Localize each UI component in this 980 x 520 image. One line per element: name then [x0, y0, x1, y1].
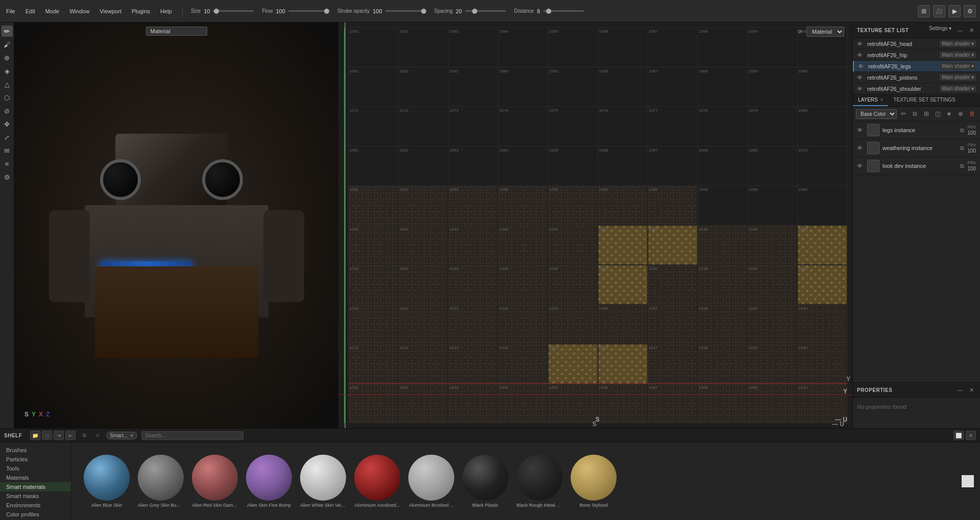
material-card-alien-blue-skin[interactable]: Alien Blue Skin	[84, 455, 130, 508]
menu-viewport[interactable]: Viewport	[97, 7, 124, 15]
texture-set-item-retrofitAF26_legs[interactable]: 👁 retrofitAF26_legs Main shader ▾	[853, 61, 980, 72]
texture-set-eye[interactable]: 👁	[857, 41, 864, 47]
layer-eye[interactable]: 👁	[857, 127, 864, 133]
material-card-alien-grey-skin-bump...[interactable]: Alien Grey Skin Bump...	[138, 455, 184, 508]
texture-set-eye[interactable]: 👁	[858, 63, 865, 69]
tab-texture-set-settings[interactable]: TEXTURE SET SETTINGS	[888, 94, 961, 106]
material-card-alien-red-skin-dama...[interactable]: Alien Red Skin Dama...	[192, 455, 238, 508]
layer-add-fill-btn[interactable]: ⊕	[956, 109, 965, 119]
tool-smudge[interactable]: 🖌	[2, 39, 13, 50]
shelf-filter-btn[interactable]: ≡	[80, 431, 89, 440]
menu-window[interactable]: Window	[67, 7, 91, 15]
shelf-maximize-btn[interactable]: ⬜	[953, 431, 964, 440]
layer-item-look-dev-instance[interactable]: 👁 look dev instance ⧉ Pthr 100	[853, 157, 980, 175]
texture-set-list-close[interactable]: ✕	[967, 26, 976, 35]
texture-set-eye[interactable]: 👁	[857, 75, 864, 81]
texture-set-eye[interactable]: 👁	[857, 86, 864, 92]
tab-layers[interactable]: LAYERS ×	[853, 94, 888, 106]
toolbar-icon-4[interactable]: ⚙	[964, 5, 976, 17]
tool-clone[interactable]: ⊕	[2, 52, 13, 63]
shader-dropdown[interactable]: Main shader ▾	[940, 74, 976, 81]
material-card-alien-white-skin-veined[interactable]: Alien White Skin Veined	[300, 455, 346, 508]
layer-item-weathering-instance[interactable]: 👁 weathering instance ⧉ Pthr 100	[853, 139, 980, 157]
texture-set-item-retrofitAF26_hip[interactable]: 👁 retrofitAF26_hip Main shader ▾	[853, 49, 980, 61]
layer-copy-btn[interactable]: ⧉	[960, 127, 964, 134]
shelf-close-btn[interactable]: ✕	[966, 431, 976, 440]
material-card-bone-stylized[interactable]: Bone Stylized	[571, 455, 617, 508]
material-card-aluminium-brushed-...[interactable]: Aluminium Brushed ...	[408, 455, 454, 508]
menu-file[interactable]: File	[4, 7, 17, 15]
shelf-btn-new[interactable]: □	[42, 431, 52, 440]
tool-fill[interactable]: ◈	[2, 65, 13, 77]
shader-dropdown[interactable]: Main shader ▾	[940, 63, 976, 69]
viewport-material-dropdown[interactable]: Material	[146, 27, 207, 36]
tool-geometry[interactable]: △	[2, 79, 13, 90]
texture-set-item-retrofitAF26_head[interactable]: 👁 retrofitAF26_head Main shader ▾	[853, 38, 980, 49]
texture-set-item-retrofitAF26_shoulder[interactable]: 👁 retrofitAF26_shoulder Main shader ▾	[853, 83, 980, 94]
menu-plugins[interactable]: Plugins	[130, 7, 152, 15]
material-card-black-rough-metal-d...[interactable]: Black Rough Metal D...	[517, 455, 562, 508]
menu-edit[interactable]: Edit	[23, 7, 37, 15]
spacing-slider[interactable]	[465, 10, 506, 12]
layer-delete-btn[interactable]: 🗑	[968, 109, 977, 119]
material-card-alien-skin-fine-bump[interactable]: Alien Skin Fine Bump	[246, 455, 292, 508]
shelf-nav-tools[interactable]: Tools	[0, 464, 71, 473]
shelf-btn-import[interactable]: ⇥	[54, 431, 64, 440]
tool-transform[interactable]: ⤢	[2, 132, 13, 143]
tool-annotation[interactable]: ✉	[2, 145, 13, 156]
layer-add-group-btn[interactable]: ⊞	[922, 109, 931, 119]
shelf-btn-folder[interactable]: 📁	[30, 431, 40, 440]
tool-settings[interactable]: ⚙	[2, 171, 13, 183]
distance-slider[interactable]	[543, 10, 584, 12]
layer-eye[interactable]: 👁	[857, 145, 864, 151]
texture-set-eye[interactable]: 👁	[857, 52, 864, 58]
menu-help[interactable]: Help	[158, 7, 174, 15]
flow-slider[interactable]	[288, 10, 329, 12]
size-slider[interactable]	[213, 10, 254, 12]
shader-dropdown[interactable]: Main shader ▾	[940, 40, 976, 47]
shader-dropdown[interactable]: Main shader ▾	[940, 85, 976, 92]
shelf-nav-color-profiles[interactable]: Color profiles	[0, 510, 71, 519]
uv-material-dropdown[interactable]: Material	[806, 27, 844, 37]
layer-eye[interactable]: 👁	[857, 163, 864, 169]
shelf-nav-smart-materials[interactable]: Smart materials	[0, 482, 71, 491]
shelf-nav-brushes[interactable]: Brushes	[0, 445, 71, 455]
tool-layers[interactable]: ≡	[2, 158, 13, 169]
shelf-btn-export[interactable]: ⇤	[65, 431, 76, 440]
shader-dropdown[interactable]: Main shader ▾	[940, 52, 976, 58]
layer-copy-btn[interactable]: ⧉	[960, 163, 964, 169]
layer-type-dropdown[interactable]: Base Color	[856, 109, 897, 119]
properties-close[interactable]: ✕	[967, 385, 976, 394]
uv-sync-icon[interactable]: ⟳	[798, 29, 802, 35]
menu-mode[interactable]: Mode	[43, 7, 62, 15]
stroke-opacity-slider[interactable]	[385, 10, 426, 12]
layer-item-legs-instance[interactable]: 👁 legs instance ⧉ Pthr 100	[853, 121, 980, 139]
toolbar-icon-2[interactable]: 🎥	[933, 5, 945, 17]
uv-canvas[interactable]	[338, 22, 852, 428]
layer-copy-btn[interactable]: ⧉	[960, 145, 964, 152]
tool-select[interactable]: ⬡	[2, 92, 13, 103]
texture-set-settings-btn[interactable]: Settings ▾	[927, 26, 953, 35]
texture-set-item-retrofitAF26_pistons[interactable]: 👁 retrofitAF26_pistons Main shader ▾	[853, 72, 980, 83]
properties-minimize[interactable]: —	[955, 385, 965, 394]
shelf-filter-close[interactable]: ✕	[130, 433, 134, 438]
toolbar-icon-1[interactable]: ⊞	[918, 5, 930, 17]
layer-edit-btn[interactable]: ✏	[899, 109, 908, 119]
shelf-search-input[interactable]	[141, 431, 243, 440]
shelf-nav-environments[interactable]: Environments	[0, 501, 71, 510]
layer-add-mask-btn[interactable]: ◫	[933, 109, 942, 119]
shelf-circle-btn[interactable]: ○	[93, 431, 102, 440]
texture-set-list-minimize[interactable]: —	[955, 26, 965, 35]
material-card-black-plastic[interactable]: Black Plastic	[462, 455, 508, 508]
material-card-aluminium-anodized...[interactable]: Aluminium Anodized...	[354, 455, 400, 508]
shelf-active-filter[interactable]: Smart... ✕	[106, 432, 137, 439]
layer-add-effect-btn[interactable]: ★	[945, 109, 954, 119]
toolbar-icon-3[interactable]: ▶	[948, 5, 961, 17]
shelf-nav-particles[interactable]: Particles	[0, 455, 71, 464]
shelf-nav-materials[interactable]: Materials	[0, 473, 71, 482]
tab-layers-close[interactable]: ×	[880, 97, 884, 103]
tool-drag[interactable]: ✥	[2, 118, 13, 130]
layer-copy-icon-btn[interactable]: ⧉	[910, 109, 919, 119]
tool-paint[interactable]: ✏	[2, 26, 13, 37]
tool-picker[interactable]: ⊘	[2, 105, 13, 116]
